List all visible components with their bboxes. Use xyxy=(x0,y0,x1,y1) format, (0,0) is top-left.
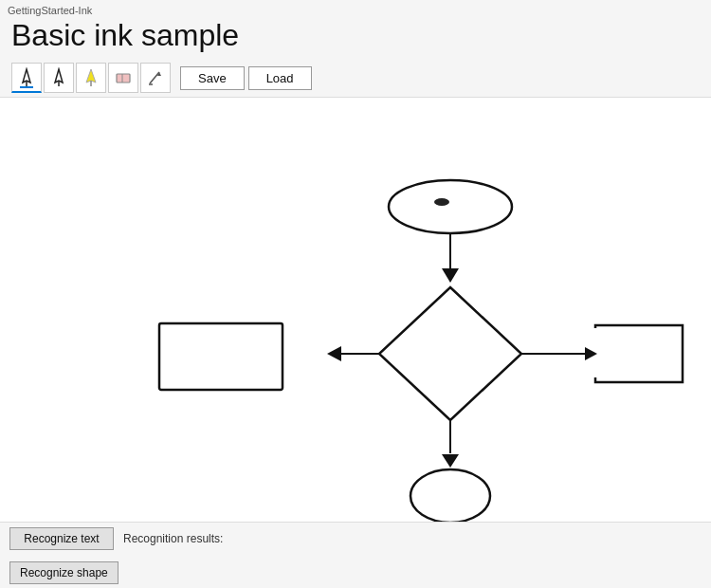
action-buttons: Save Load xyxy=(180,66,312,90)
svg-line-9 xyxy=(150,72,159,83)
svg-point-13 xyxy=(434,198,449,206)
svg-marker-16 xyxy=(379,287,521,420)
ink-canvas[interactable] xyxy=(0,98,711,533)
svg-marker-21 xyxy=(585,347,597,360)
bottom-bar: Recognize text Recognition results: Reco… xyxy=(0,522,711,588)
clear-tool[interactable] xyxy=(140,63,171,93)
svg-marker-3 xyxy=(55,69,63,83)
recognize-text-button[interactable]: Recognize text xyxy=(9,527,114,550)
recognize-shape-button[interactable]: Recognize shape xyxy=(9,561,118,584)
load-button[interactable]: Load xyxy=(248,66,312,90)
eraser-tool[interactable] xyxy=(108,63,138,93)
svg-marker-18 xyxy=(327,346,341,361)
canvas-area[interactable] xyxy=(0,97,711,533)
svg-rect-7 xyxy=(117,74,130,83)
svg-rect-19 xyxy=(159,323,283,390)
page-title: Basic ink sample xyxy=(11,18,703,53)
toolbar: Save Load xyxy=(8,59,703,97)
pen2-tool[interactable] xyxy=(44,63,74,93)
window-title: GettingStarted-Ink xyxy=(8,2,703,16)
save-button[interactable]: Save xyxy=(180,66,245,90)
svg-marker-15 xyxy=(442,268,459,283)
svg-marker-23 xyxy=(442,454,459,468)
svg-point-12 xyxy=(389,180,512,233)
svg-point-24 xyxy=(410,469,490,523)
recognition-results: Recognition results: xyxy=(123,532,223,545)
pen1-tool[interactable] xyxy=(11,63,42,93)
svg-marker-5 xyxy=(86,69,96,83)
svg-marker-0 xyxy=(23,69,30,83)
svg-rect-2 xyxy=(20,86,33,88)
highlighter-tool[interactable] xyxy=(76,63,106,93)
